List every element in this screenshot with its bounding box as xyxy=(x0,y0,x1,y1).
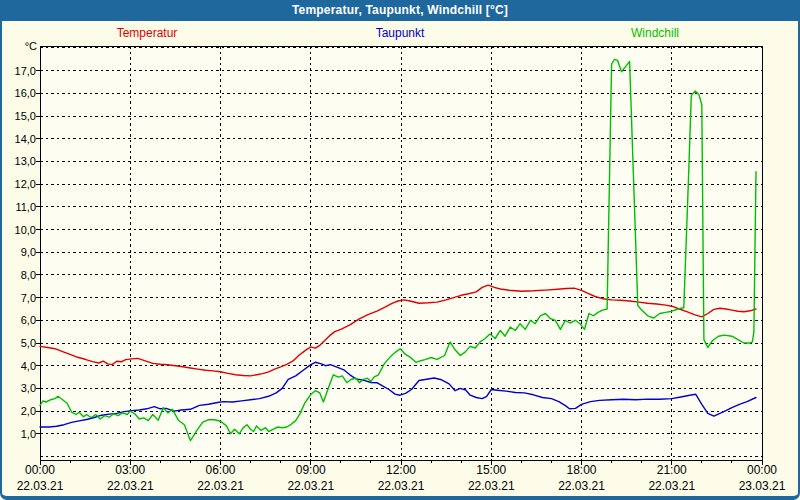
legend-item-temperatur: Temperatur xyxy=(117,26,178,40)
legend-item-taupunkt: Taupunkt xyxy=(376,26,425,40)
legend-item-windchill: Windchill xyxy=(631,26,679,40)
chart-canvas xyxy=(0,0,800,500)
chart-title: Temperatur, Taupunkt, Windchill [°C] xyxy=(292,3,508,17)
chart-window: Temperatur, Taupunkt, Windchill [°C] Tem… xyxy=(0,0,800,500)
title-bar: Temperatur, Taupunkt, Windchill [°C] xyxy=(0,0,800,21)
